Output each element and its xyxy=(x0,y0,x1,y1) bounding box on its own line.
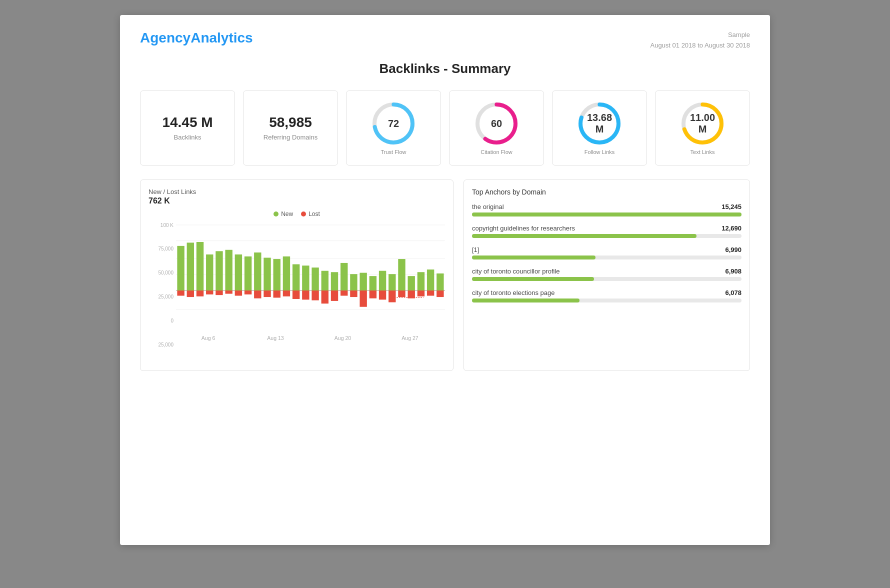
date-range: August 01 2018 to August 30 2018 xyxy=(650,40,750,51)
legend-item-new: New xyxy=(274,210,293,218)
page-title: Backlinks - Summary xyxy=(140,61,750,76)
bar-positive xyxy=(322,270,328,290)
bar-negative xyxy=(283,290,290,296)
x-axis-label: Aug 20 xyxy=(334,335,352,341)
y-axis-label: 25,000 xyxy=(158,342,174,348)
y-axis-label: 0 xyxy=(170,318,174,324)
y-axis-label: 75,000 xyxy=(158,246,174,252)
bar-negative xyxy=(360,290,366,307)
anchor-row: city of toronto councillor profile 6,908 xyxy=(472,268,742,281)
bar-negative xyxy=(292,290,300,299)
logo: AgencyAnalytics xyxy=(140,30,253,46)
bar-positive xyxy=(225,250,232,290)
bar-negative xyxy=(436,290,444,297)
bar-positive xyxy=(379,270,386,290)
anchors-title: Top Anchors by Domain xyxy=(472,188,742,196)
donut-text-links: 11.00 M xyxy=(680,101,725,146)
bar-negative xyxy=(177,290,184,296)
anchor-row: [1] 6,990 xyxy=(472,246,742,260)
bar-negative xyxy=(274,290,280,298)
bar-positive xyxy=(264,258,270,290)
anchor-top: city of toronto councillor profile 6,908 xyxy=(472,268,742,275)
bar-negative xyxy=(388,290,396,302)
anchor-top: city of toronto elections page 6,078 xyxy=(472,289,742,296)
x-axis-label: Aug 6 xyxy=(202,335,216,341)
metric-card-trust-flow: 72 Trust Flow xyxy=(346,90,441,166)
anchor-bar-bg xyxy=(472,298,742,302)
anchor-value: 15,245 xyxy=(722,203,742,210)
anchor-row: copyright guidelines for researchers 12,… xyxy=(472,224,742,238)
bar-negative xyxy=(254,290,261,298)
main-page: AgencyAnalytics Sample August 01 2018 to… xyxy=(120,15,770,545)
bar-positive xyxy=(331,272,338,290)
anchor-row: city of toronto elections page 6,078 xyxy=(472,289,742,302)
bottom-row: New / Lost Links 762 K New Lost 100 K75,… xyxy=(140,180,750,371)
bar-negative xyxy=(350,290,357,297)
bar-negative xyxy=(244,290,252,294)
bar-positive xyxy=(418,272,424,290)
bar-negative xyxy=(264,290,270,297)
metric-card-text-links: 11.00 M Text Links xyxy=(655,90,750,166)
anchor-value: 6,990 xyxy=(725,246,742,254)
legend-item-lost: Lost xyxy=(301,210,320,218)
y-axis-label: 100 K xyxy=(160,222,174,228)
bar-negative xyxy=(312,290,318,300)
header-meta: Sample August 01 2018 to August 30 2018 xyxy=(650,30,750,51)
anchor-bar-bg xyxy=(472,234,742,238)
anchor-bar-fill xyxy=(472,256,596,260)
chart-total: 762 K xyxy=(148,196,445,206)
bar-chart-panel: New / Lost Links 762 K New Lost 100 K75,… xyxy=(140,180,454,371)
anchor-name: city of toronto councillor profile xyxy=(472,268,560,275)
bar-positive xyxy=(235,254,242,290)
anchor-bar-bg xyxy=(472,212,742,216)
bar-negative xyxy=(398,290,405,297)
bar-negative xyxy=(196,290,204,296)
metric-card-referring-domains: 58,985 Referring Domains xyxy=(243,90,338,166)
bar-negative xyxy=(340,290,348,296)
bar-positive xyxy=(398,259,405,290)
bar-chart: 100 K75,00050,00025,000025,000 Aug 6Aug … xyxy=(148,222,445,362)
donut-citation-flow: 60 xyxy=(474,101,519,146)
metric-card-citation-flow: 60 Citation Flow xyxy=(449,90,544,166)
bar-positive xyxy=(274,259,280,290)
anchor-bar-fill xyxy=(472,277,594,281)
bar-positive xyxy=(254,252,261,290)
x-axis-label: Aug 13 xyxy=(267,335,284,341)
bar-positive xyxy=(196,242,204,290)
metric-value-referring-domains: 58,985 xyxy=(269,114,312,130)
anchor-bar-bg xyxy=(472,256,742,260)
bar-negative xyxy=(322,290,328,304)
anchor-name: city of toronto elections page xyxy=(472,289,555,296)
bar-negative xyxy=(418,290,424,296)
header: AgencyAnalytics Sample August 01 2018 to… xyxy=(140,30,750,51)
anchor-name: [1] xyxy=(472,246,479,254)
anchor-bar-fill xyxy=(472,212,742,216)
bar-negative xyxy=(427,290,434,296)
bar-positive xyxy=(292,264,300,290)
y-axis-label: 25,000 xyxy=(158,294,174,300)
bar-positive xyxy=(408,276,415,290)
bar-negative xyxy=(302,290,309,300)
chart-title: New / Lost Links xyxy=(148,188,445,196)
bar-negative xyxy=(225,290,232,294)
bar-negative xyxy=(408,290,415,298)
bar-positive xyxy=(388,274,396,290)
metric-value-backlinks: 14.45 M xyxy=(162,114,212,130)
y-axis-label: 50,000 xyxy=(158,270,174,276)
bar-negative xyxy=(370,290,376,298)
bar-positive xyxy=(427,270,434,290)
bar-negative xyxy=(235,290,242,296)
donut-label-citation-flow: Citation Flow xyxy=(480,149,512,155)
bar-positive xyxy=(302,266,309,290)
bar-positive xyxy=(244,256,252,290)
bar-positive xyxy=(216,251,222,290)
anchor-row: the original 15,245 xyxy=(472,203,742,216)
bar-positive xyxy=(187,242,194,290)
bar-positive xyxy=(436,273,444,290)
bar-negative xyxy=(216,290,222,295)
legend-label-lost: Lost xyxy=(308,210,320,218)
sample-label: Sample xyxy=(650,30,750,40)
anchor-bar-bg xyxy=(472,277,742,281)
bar-positive xyxy=(350,274,357,290)
metric-label-referring-domains: Referring Domains xyxy=(264,134,318,141)
